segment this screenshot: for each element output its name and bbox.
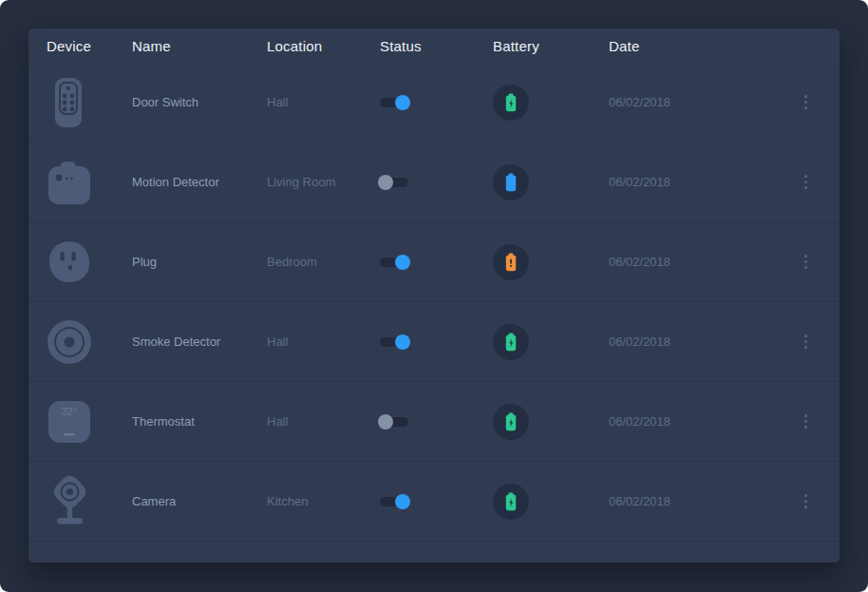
- table-row: Camera Kitchen 06/02/2018: [28, 461, 840, 541]
- door-switch-icon: [47, 76, 132, 129]
- battery-icon: [493, 85, 529, 121]
- toggle-knob: [378, 175, 393, 190]
- status-toggle[interactable]: [380, 337, 408, 347]
- device-name: Motion Detector: [132, 175, 267, 189]
- header-date: Date: [609, 38, 761, 54]
- status-toggle[interactable]: [380, 178, 408, 187]
- device-date: 06/02/2018: [609, 414, 761, 429]
- camera-icon: [47, 474, 132, 529]
- toggle-knob: [395, 95, 410, 110]
- table-header: Device Name Location Status Battery Date: [28, 29, 840, 63]
- devices-table-card: Device Name Location Status Battery Date: [28, 29, 840, 563]
- smart-home-screen: Device Name Location Status Battery Date: [0, 0, 868, 592]
- header-battery: Battery: [493, 38, 609, 54]
- table-row: Motion Detector Living Room 06/02/2018: [28, 142, 840, 221]
- device-date: 06/02/2018: [609, 334, 761, 349]
- device-date: 06/02/2018: [609, 494, 761, 508]
- thermostat-icon: 32°: [47, 395, 132, 449]
- table-row: Smoke Detector Hall 06/02/2018: [28, 301, 840, 381]
- toggle-knob: [395, 334, 410, 350]
- row-menu-button[interactable]: [801, 171, 811, 193]
- device-location: Kitchen: [267, 494, 380, 508]
- smoke-detector-icon: [47, 315, 132, 369]
- status-toggle[interactable]: [380, 98, 408, 107]
- battery-icon: [493, 164, 529, 201]
- device-name: Camera: [132, 494, 267, 508]
- row-menu-button[interactable]: [801, 91, 811, 113]
- device-location: Hall: [267, 414, 380, 429]
- toggle-knob: [378, 414, 393, 430]
- row-menu-button[interactable]: [801, 411, 811, 432]
- device-location: Hall: [267, 334, 380, 349]
- device-date: 06/02/2018: [609, 175, 761, 189]
- device-location: Bedroom: [267, 255, 380, 269]
- table-row: 32° Thermostat Hall 06/02/2018: [28, 381, 840, 461]
- device-date: 06/02/2018: [609, 255, 761, 269]
- toggle-knob: [395, 494, 410, 509]
- status-toggle[interactable]: [380, 417, 408, 427]
- battery-icon: [493, 404, 529, 440]
- battery-icon: [493, 324, 529, 360]
- row-menu-button[interactable]: [801, 331, 811, 353]
- status-toggle[interactable]: [380, 497, 408, 506]
- battery-icon: [493, 244, 529, 280]
- plug-icon: [47, 236, 132, 289]
- device-name: Thermostat: [132, 414, 267, 429]
- header-location: Location: [267, 38, 380, 54]
- device-name: Smoke Detector: [132, 334, 267, 349]
- table-row: Plug Bedroom 06/02/2018: [28, 221, 840, 301]
- svg-text:32°: 32°: [62, 406, 78, 417]
- device-name: Plug: [132, 255, 267, 269]
- device-location: Living Room: [267, 175, 380, 189]
- header-status: Status: [380, 38, 493, 54]
- device-date: 06/02/2018: [609, 95, 761, 109]
- header-device: Device: [47, 38, 132, 54]
- battery-icon: [493, 484, 529, 520]
- toggle-knob: [395, 255, 410, 270]
- row-menu-button[interactable]: [801, 490, 811, 512]
- table-row: Door Switch Hall 06/02/2018: [28, 63, 840, 142]
- header-name: Name: [132, 38, 267, 54]
- table-body: Door Switch Hall 06/02/2018: [28, 63, 840, 542]
- motion-detector-icon: [47, 156, 132, 209]
- row-menu-button[interactable]: [801, 251, 811, 273]
- status-toggle[interactable]: [380, 258, 408, 267]
- device-location: Hall: [267, 95, 380, 109]
- device-name: Door Switch: [132, 95, 267, 109]
